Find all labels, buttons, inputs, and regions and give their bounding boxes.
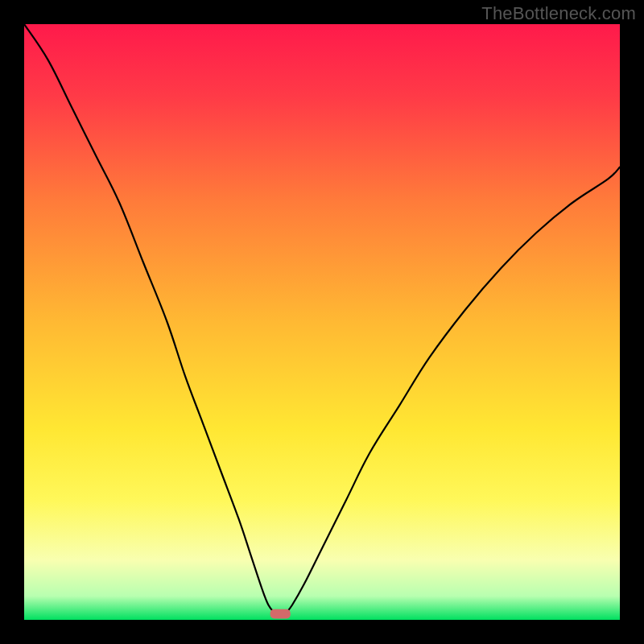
watermark-text: TheBottleneck.com xyxy=(481,3,636,24)
chart-frame: TheBottleneck.com xyxy=(0,0,644,644)
bottleneck-marker xyxy=(270,609,291,619)
plot-area xyxy=(24,24,620,620)
chart-svg xyxy=(24,24,620,620)
background-gradient xyxy=(24,24,620,620)
